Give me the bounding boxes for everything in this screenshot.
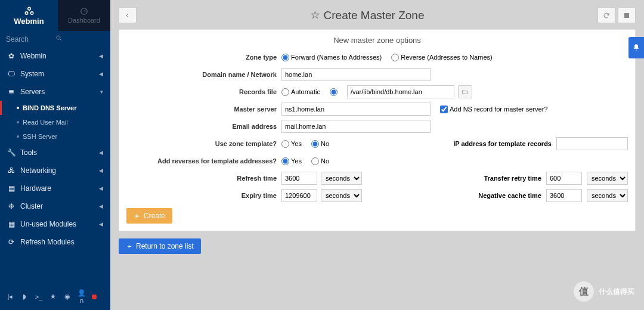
radio-label: No bbox=[321, 140, 329, 147]
wrench-icon: 🔧 bbox=[7, 148, 16, 157]
ip-template-input[interactable] bbox=[556, 137, 628, 150]
chevron-left-icon: ◀ bbox=[99, 71, 103, 77]
sidebar-item-label: Refresh Modules bbox=[20, 238, 75, 246]
reload-icon bbox=[603, 12, 610, 19]
terminal-icon[interactable]: >_ bbox=[35, 293, 43, 300]
stack-icon: ≣ bbox=[7, 88, 16, 96]
chevron-left-icon: ◀ bbox=[99, 203, 103, 209]
svg-point-4 bbox=[57, 36, 60, 39]
grid-icon: ▦ bbox=[7, 220, 16, 228]
label-domain: Domain name / Network bbox=[126, 71, 281, 78]
sidebar-item-label: Tools bbox=[20, 148, 37, 157]
folder-icon bbox=[462, 89, 468, 95]
use-template-yes[interactable]: Yes bbox=[281, 140, 302, 148]
dashboard-tab[interactable]: Dashboard bbox=[58, 0, 110, 31]
sidebar-item-label: Hardware bbox=[20, 184, 51, 193]
label-master-server: Master server bbox=[126, 106, 281, 113]
button-label: Return to zone list bbox=[136, 242, 194, 250]
sidebar-item-label: System bbox=[20, 70, 44, 78]
retry-time-unit[interactable]: seconds bbox=[587, 172, 628, 185]
user-badge[interactable]: 👤n bbox=[78, 289, 86, 304]
sidebar-item-read-mail[interactable]: Read User Mail bbox=[0, 115, 110, 129]
radio-label: Yes bbox=[291, 140, 302, 147]
records-file-auto[interactable]: Automatic bbox=[281, 88, 320, 96]
collapse-icon[interactable]: |◂ bbox=[6, 293, 14, 300]
negative-cache-input[interactable] bbox=[546, 189, 582, 202]
zone-type-forward[interactable]: Forward (Names to Addresses) bbox=[281, 54, 382, 61]
bullet-icon bbox=[17, 107, 19, 109]
use-template-no[interactable]: No bbox=[311, 140, 329, 148]
star-icon[interactable]: ★ bbox=[49, 293, 57, 300]
retry-time-input[interactable] bbox=[546, 172, 582, 185]
sidebar-item-refresh-modules[interactable]: ⟳ Refresh Modules bbox=[0, 233, 110, 251]
label-expiry-time: Expiry time bbox=[126, 192, 281, 199]
options-panel: New master zone options Zone type Forwar… bbox=[119, 29, 636, 231]
master-server-input[interactable] bbox=[281, 103, 431, 116]
label-use-template: Use zone template? bbox=[126, 140, 281, 147]
email-input[interactable] bbox=[281, 120, 431, 133]
radio-label: No bbox=[321, 157, 329, 165]
sidebar-item-unused-modules[interactable]: ▦ Un-used Modules ◀ bbox=[0, 215, 110, 233]
label-email: Email address bbox=[126, 123, 281, 130]
star-outline-icon[interactable] bbox=[310, 10, 320, 20]
sidebar-item-webmin[interactable]: ✿ Webmin ◀ bbox=[0, 47, 110, 65]
alert-indicator[interactable] bbox=[92, 294, 97, 299]
reload-button[interactable] bbox=[597, 7, 615, 23]
user-label: n bbox=[80, 297, 83, 304]
sidebar-item-label: Webmin bbox=[20, 52, 47, 60]
sidebar-item-cluster[interactable]: ❉ Cluster ◀ bbox=[0, 197, 110, 215]
browse-file-button[interactable] bbox=[458, 85, 472, 98]
refresh-time-unit[interactable]: seconds bbox=[321, 172, 362, 185]
sidebar: Webmin Dashboard Search ✿ Webmin ◀ 🖵 Sys… bbox=[0, 0, 110, 310]
sidebar-item-servers[interactable]: ≣ Servers ▾ bbox=[0, 83, 110, 101]
notifications-button[interactable] bbox=[628, 37, 644, 58]
label-refresh-time: Refresh time bbox=[126, 175, 281, 182]
main-content: Create Master Zone New master zone optio… bbox=[110, 0, 644, 310]
domain-input[interactable] bbox=[281, 68, 431, 81]
zone-type-reverse[interactable]: Reverse (Addresses to Names) bbox=[391, 54, 492, 61]
expiry-time-unit[interactable]: seconds bbox=[321, 189, 362, 202]
radio-label: Forward (Names to Addresses) bbox=[291, 54, 382, 61]
chevron-left-icon: ◀ bbox=[99, 150, 103, 156]
sidebar-item-networking[interactable]: 🖧 Networking ◀ bbox=[0, 162, 110, 179]
chevron-left-icon: ◀ bbox=[99, 168, 103, 173]
sidebar-item-label: BIND DNS Server bbox=[23, 104, 76, 111]
cluster-icon: ❉ bbox=[7, 202, 16, 210]
chevron-left-icon: ◀ bbox=[99, 221, 103, 227]
sidebar-item-ssh-server[interactable]: SSH Server bbox=[0, 129, 110, 144]
add-reverses-yes[interactable]: Yes bbox=[281, 157, 302, 165]
records-file-input[interactable] bbox=[347, 85, 454, 98]
page-title-text: Create Master Zone bbox=[324, 9, 425, 22]
negative-cache-unit[interactable]: seconds bbox=[587, 189, 628, 202]
chevron-left-icon: ◀ bbox=[99, 185, 103, 191]
sidebar-item-label: Servers bbox=[20, 88, 45, 96]
sidebar-item-bind-dns[interactable]: BIND DNS Server bbox=[0, 101, 110, 115]
brand-tab[interactable]: Webmin bbox=[0, 0, 58, 31]
add-ns-checkbox[interactable]: Add NS record for master server? bbox=[440, 106, 547, 113]
return-button[interactable]: Return to zone list bbox=[119, 238, 201, 254]
gauge-icon bbox=[80, 7, 88, 16]
bell-icon bbox=[632, 44, 640, 52]
dashboard-label: Dashboard bbox=[68, 17, 100, 24]
globe-icon[interactable]: ◉ bbox=[63, 293, 72, 300]
create-button[interactable]: Create bbox=[126, 208, 172, 224]
sidebar-item-tools[interactable]: 🔧 Tools ◀ bbox=[0, 144, 110, 162]
records-file-custom[interactable] bbox=[330, 88, 338, 96]
arrow-left-icon bbox=[126, 243, 132, 250]
sidebar-item-hardware[interactable]: ▤ Hardware ◀ bbox=[0, 179, 110, 197]
svg-point-0 bbox=[27, 7, 30, 10]
plus-icon bbox=[134, 213, 140, 219]
expiry-time-input[interactable] bbox=[281, 189, 317, 202]
search-input[interactable]: Search bbox=[0, 31, 110, 47]
label-ip-template: IP address for template records bbox=[453, 140, 552, 147]
stop-button[interactable] bbox=[618, 7, 636, 23]
add-reverses-no[interactable]: No bbox=[311, 157, 329, 165]
back-button[interactable] bbox=[119, 7, 137, 23]
refresh-icon: ⟳ bbox=[7, 238, 16, 246]
moon-icon[interactable]: ◗ bbox=[20, 293, 29, 300]
refresh-time-input[interactable] bbox=[281, 172, 317, 185]
sidebar-item-system[interactable]: 🖵 System ◀ bbox=[0, 65, 110, 83]
checkbox-label: Add NS record for master server? bbox=[450, 106, 547, 113]
arrow-left-icon bbox=[124, 12, 131, 19]
watermark: 值 什么值得买 bbox=[574, 281, 634, 302]
